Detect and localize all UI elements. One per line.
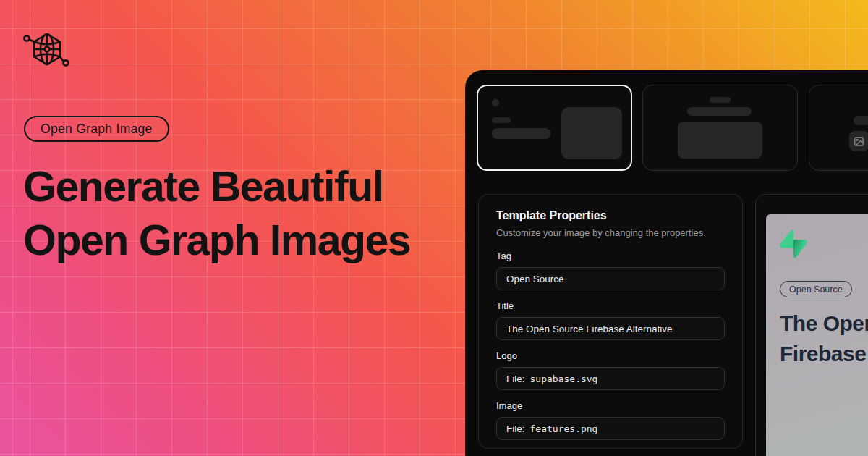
- skeleton-bar-small: [710, 97, 731, 103]
- preview-title-line1: The Open Source: [780, 308, 868, 339]
- preview-rendered-image: Open Source The Open Source Firebase Alt…: [766, 214, 868, 456]
- image-file-input[interactable]: File: features.png: [496, 417, 725, 440]
- template-card-1[interactable]: [477, 85, 632, 171]
- properties-heading: Template Properties: [496, 209, 725, 222]
- skeleton-image-block: [561, 107, 622, 159]
- og-graph-globe-icon: [22, 31, 70, 70]
- title-field-label: Title: [496, 300, 725, 311]
- template-card-2[interactable]: [642, 85, 798, 171]
- tag-input-value: Open Source: [506, 274, 564, 284]
- hero-title-line1: Generate Beautiful: [23, 160, 410, 214]
- logo-file-input[interactable]: File: supabase.svg: [496, 367, 725, 390]
- editor-panel: Template Properties Customize your image…: [465, 70, 868, 456]
- logo-file-name: supabase.svg: [530, 373, 598, 384]
- skeleton-bar-medium: [854, 116, 868, 125]
- logo-field-label: Logo: [496, 350, 725, 361]
- image-file-name: features.png: [530, 423, 598, 434]
- tag-field-label: Tag: [496, 250, 725, 261]
- hero-badge: Open Graph Image: [24, 116, 169, 142]
- preview-tag-badge: Open Source: [780, 281, 852, 297]
- preview-card: Open Source The Open Source Firebase Alt…: [755, 194, 868, 456]
- skeleton-image-block: [678, 122, 762, 159]
- preview-title: The Open Source Firebase Alternative: [780, 308, 868, 369]
- skeleton-icon-block: [849, 131, 868, 151]
- file-prefix: File:: [506, 373, 525, 384]
- file-prefix: File:: [506, 423, 525, 434]
- tag-input[interactable]: Open Source: [496, 267, 725, 290]
- template-properties-card: Template Properties Customize your image…: [478, 194, 743, 449]
- image-placeholder-icon: [854, 136, 864, 147]
- preview-title-line2: Firebase Alternative: [780, 339, 868, 369]
- supabase-bolt-icon: [780, 229, 807, 258]
- image-field-label: Image: [496, 400, 725, 411]
- skeleton-bar-small: [492, 117, 511, 123]
- skeleton-dot: [492, 99, 499, 106]
- skeleton-bar-medium: [687, 107, 752, 116]
- skeleton-bar-large: [492, 128, 550, 139]
- title-input-value: The Open Source Firebase Alternative: [506, 324, 673, 334]
- title-input[interactable]: The Open Source Firebase Alternative: [496, 317, 725, 340]
- properties-subheading: Customize your image by changing the pro…: [496, 227, 725, 238]
- template-card-3[interactable]: [809, 85, 868, 171]
- og-image-canvas: Open Graph Image Generate Beautiful Open…: [0, 0, 868, 456]
- hero-title-line2: Open Graph Images: [23, 214, 410, 267]
- hero-title: Generate Beautiful Open Graph Images: [23, 160, 410, 267]
